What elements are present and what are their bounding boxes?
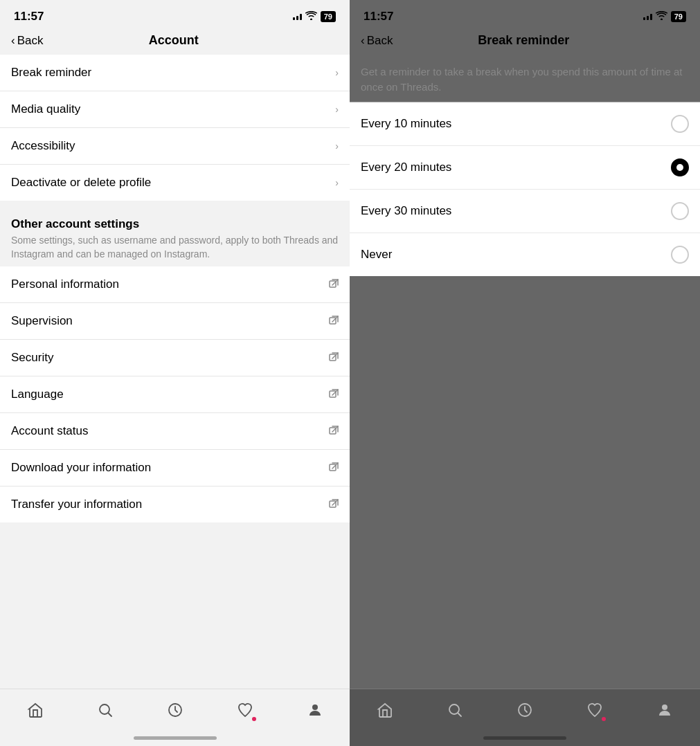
option-never-radio[interactable] [671, 246, 689, 264]
media-quality-label: Media quality [11, 102, 80, 116]
right-status-icons: 79 [643, 11, 686, 22]
option-10min[interactable]: Every 10 minutes [350, 102, 700, 146]
transfer-info-label: Transfer your information [11, 498, 142, 511]
activity-nav-icon[interactable] [511, 696, 539, 724]
wifi-icon [656, 11, 667, 22]
accessibility-label: Accessibility [11, 139, 75, 153]
option-30min-radio[interactable] [671, 202, 689, 220]
external-link-icon [329, 352, 339, 364]
svg-point-14 [662, 704, 667, 710]
left-content: Break reminder › Media quality › Accessi… [0, 55, 350, 689]
deactivate-label: Deactivate or delete profile [11, 176, 151, 190]
left-panel: 11:57 79 ‹ Back Account Break reminder › [0, 0, 350, 746]
profile-nav-icon[interactable] [301, 696, 329, 724]
left-page-title: Account [43, 33, 304, 48]
other-account-desc: Some settings, such as username and pass… [11, 234, 339, 266]
supervision-item[interactable]: Supervision [0, 303, 350, 340]
external-link-icon [329, 279, 339, 291]
chevron-right-icon: › [335, 140, 339, 152]
option-30min-label: Every 30 minutes [361, 204, 451, 218]
chevron-left-icon: ‹ [361, 34, 365, 48]
svg-line-12 [458, 713, 461, 717]
left-nav-bar: ‹ Back Account [0, 28, 350, 55]
security-label: Security [11, 351, 53, 365]
option-20min-radio[interactable] [671, 158, 689, 176]
media-quality-item[interactable]: Media quality › [0, 91, 350, 128]
heart-nav-icon[interactable] [581, 696, 609, 724]
break-reminder-label: Break reminder [11, 66, 91, 80]
external-link-icon [329, 389, 339, 401]
account-status-item[interactable]: Account status [0, 413, 350, 450]
personal-info-item[interactable]: Personal information [0, 266, 350, 303]
account-status-label: Account status [11, 424, 89, 438]
chevron-right-icon: › [335, 67, 339, 78]
supervision-label: Supervision [11, 314, 73, 328]
option-30min[interactable]: Every 30 minutes [350, 190, 700, 233]
external-link-icon [329, 316, 339, 327]
heart-nav-icon[interactable] [231, 696, 259, 724]
heart-notification-dot [602, 717, 606, 721]
break-reminder-description: Get a reminder to take a break when you … [350, 55, 700, 102]
right-status-bar: 11:57 79 [350, 0, 700, 28]
option-10min-radio[interactable] [671, 115, 689, 133]
right-page-title: Break reminder [393, 33, 654, 48]
home-nav-icon[interactable] [21, 696, 49, 724]
right-back-label: Back [367, 34, 393, 48]
break-reminder-item[interactable]: Break reminder › [0, 55, 350, 91]
external-link-icon [329, 462, 339, 474]
heart-notification-dot [252, 717, 256, 721]
right-battery: 79 [671, 11, 686, 22]
home-nav-icon[interactable] [371, 696, 399, 724]
transfer-info-item[interactable]: Transfer your information [0, 486, 350, 522]
right-status-time: 11:57 [364, 10, 393, 24]
svg-point-10 [312, 704, 318, 710]
right-bottom-nav [350, 689, 700, 729]
signal-dots [643, 14, 652, 20]
chevron-right-icon: › [335, 104, 339, 115]
home-bar [483, 736, 566, 740]
option-20min-label: Every 20 minutes [361, 161, 451, 174]
break-reminder-options: Every 10 minutes Every 20 minutes Every … [350, 102, 700, 276]
security-item[interactable]: Security [0, 340, 350, 376]
svg-line-8 [108, 713, 111, 717]
right-nav-bar: ‹ Back Break reminder [350, 28, 700, 55]
left-status-time: 11:57 [14, 10, 44, 24]
search-nav-icon[interactable] [91, 696, 119, 724]
right-back-button[interactable]: ‹ Back [361, 34, 393, 48]
language-item[interactable]: Language [0, 376, 350, 413]
left-home-indicator [0, 729, 350, 746]
chevron-left-icon: ‹ [11, 34, 15, 48]
left-bottom-nav [0, 689, 350, 729]
right-home-indicator [350, 729, 700, 746]
section-divider [0, 201, 350, 206]
left-back-button[interactable]: ‹ Back [11, 34, 43, 48]
language-label: Language [11, 388, 64, 401]
left-status-bar: 11:57 79 [0, 0, 350, 28]
activity-nav-icon[interactable] [161, 696, 189, 724]
download-info-label: Download your information [11, 461, 151, 475]
wifi-icon [305, 11, 317, 22]
external-link-icon [329, 426, 339, 437]
left-battery: 79 [321, 11, 336, 22]
personal-info-label: Personal information [11, 278, 119, 291]
deactivate-item[interactable]: Deactivate or delete profile › [0, 165, 350, 201]
external-link-icon [329, 499, 339, 511]
home-bar [134, 736, 217, 740]
profile-nav-icon[interactable] [651, 696, 679, 724]
signal-dots [293, 14, 302, 20]
left-status-icons: 79 [293, 11, 336, 22]
chevron-right-icon: › [335, 177, 339, 188]
option-10min-label: Every 10 minutes [361, 117, 451, 131]
option-20min[interactable]: Every 20 minutes [350, 146, 700, 190]
accessibility-item[interactable]: Accessibility › [0, 128, 350, 165]
search-nav-icon[interactable] [441, 696, 469, 724]
left-back-label: Back [17, 34, 44, 48]
option-never-label: Never [361, 248, 392, 262]
right-panel: 11:57 79 ‹ Back Break reminder [350, 0, 700, 746]
option-never[interactable]: Never [350, 233, 700, 276]
other-account-title: Other account settings [11, 217, 339, 231]
download-info-item[interactable]: Download your information [0, 450, 350, 486]
other-account-section: Other account settings Some settings, su… [0, 206, 350, 266]
